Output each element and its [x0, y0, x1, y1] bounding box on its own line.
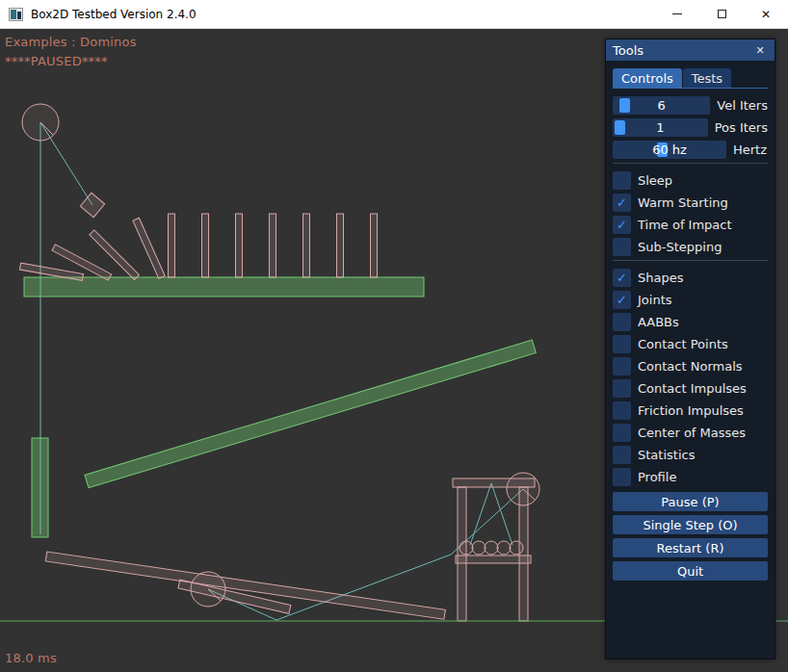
ball-cluster[interactable] [460, 541, 523, 555]
paused-label: ****PAUSED**** [5, 54, 108, 68]
tools-panel-title: Tools [613, 43, 644, 58]
tools-panel-close-button[interactable]: ✕ [752, 42, 768, 58]
checkbox-box[interactable]: ✓ [613, 194, 631, 212]
checkbox-profile[interactable]: ✓ Profile [613, 468, 768, 486]
checkbox-contact-impulses[interactable]: ✓ Contact Impulses [613, 379, 768, 398]
check-icon: ✓ [617, 173, 627, 188]
solver-options: ✓ Sleep ✓ Warm Starting ✓ Time of Impact… [613, 171, 768, 256]
checkbox-label: Warm Starting [638, 195, 728, 210]
checkbox-label: Profile [638, 470, 676, 484]
tools-panel: Tools ✕ Controls Tests 6 Vel Iters [605, 39, 775, 659]
tab-controls[interactable]: Controls [613, 68, 682, 88]
checkbox-aabbs[interactable]: ✓ AABBs [613, 313, 768, 331]
checkbox-label: Contact Impulses [638, 381, 747, 396]
minimize-button[interactable] [655, 0, 699, 29]
checkbox-box[interactable]: ✓ [613, 424, 631, 442]
tools-panel-titlebar[interactable]: Tools ✕ [606, 39, 775, 61]
tab-bar: Controls Tests [613, 66, 768, 89]
checkbox-sub-stepping[interactable]: ✓ Sub-Stepping [613, 238, 768, 256]
check-icon: ✓ [617, 359, 627, 374]
close-button[interactable]: ✕ [744, 0, 788, 29]
hertz-slider[interactable]: 60 hz [613, 141, 726, 159]
draw-options: ✓ Shapes ✓ Joints ✓ AABBs ✓ Contact Poin… [613, 269, 768, 486]
checkbox-box[interactable]: ✓ [613, 313, 631, 331]
checkbox-statistics[interactable]: ✓ Statistics [613, 446, 768, 464]
standing-dominos[interactable] [169, 214, 378, 277]
checkbox-label: Sleep [638, 173, 672, 188]
separator [613, 163, 768, 164]
checkbox-label: Shapes [638, 271, 683, 285]
simulation-canvas[interactable]: Examples : Dominos ****PAUSED**** 18.0 m… [0, 29, 788, 672]
window-controls: ✕ [655, 0, 788, 29]
checkbox-box[interactable]: ✓ [613, 216, 631, 234]
checkbox-box[interactable]: ✓ [613, 468, 631, 486]
checkbox-contact-points[interactable]: ✓ Contact Points [613, 335, 768, 353]
checkbox-box[interactable]: ✓ [613, 446, 631, 464]
close-icon: ✕ [761, 8, 771, 21]
vel-iters-slider[interactable]: 6 [613, 96, 710, 115]
pos-iters-row: 1 Pos Iters [613, 118, 768, 137]
checkbox-box[interactable]: ✓ [613, 335, 631, 353]
checkbox-box[interactable]: ✓ [613, 269, 631, 287]
frame-time-label: 18.0 ms [5, 651, 57, 665]
checkbox-box[interactable]: ✓ [613, 357, 631, 375]
check-icon: ✓ [617, 470, 627, 484]
solver-settings: 6 Vel Iters 1 Pos Iters [613, 89, 768, 159]
checkbox-label: Time of Impact [638, 218, 732, 232]
check-icon: ✓ [617, 381, 627, 396]
slider-value: 60 hz [613, 141, 726, 159]
domino-platform [24, 277, 424, 297]
checkbox-label: Joints [638, 293, 672, 307]
check-icon: ✓ [617, 240, 627, 254]
check-icon: ✓ [617, 426, 627, 440]
check-icon: ✓ [617, 271, 627, 285]
check-icon: ✓ [617, 403, 627, 418]
checkbox-joints[interactable]: ✓ Joints [613, 291, 768, 309]
frame-right-post[interactable] [519, 487, 528, 621]
action-buttons: Pause (P) Single Step (O) Restart (R) Qu… [613, 490, 768, 581]
title-bar[interactable]: Box2D Testbed Version 2.4.0 ✕ [0, 0, 788, 29]
frame-shelf[interactable] [456, 556, 531, 563]
checkbox-warm-starting[interactable]: ✓ Warm Starting [613, 194, 768, 212]
slider-label: Hertz [733, 142, 767, 157]
minimize-icon [672, 13, 682, 14]
tab-tests[interactable]: Tests [683, 68, 731, 88]
pause-button[interactable]: Pause (P) [613, 492, 768, 511]
vel-iters-row: 6 Vel Iters [613, 96, 768, 115]
pos-iters-slider[interactable]: 1 [613, 118, 708, 137]
checkbox-contact-normals[interactable]: ✓ Contact Normals [613, 357, 768, 375]
maximize-button[interactable] [699, 0, 744, 29]
separator [613, 260, 768, 261]
checkbox-box[interactable]: ✓ [613, 238, 631, 256]
checkbox-label: Contact Normals [638, 359, 743, 374]
slider-label: Pos Iters [715, 120, 768, 135]
hertz-row: 60 hz Hertz [613, 141, 768, 159]
checkbox-shapes[interactable]: ✓ Shapes [613, 269, 768, 287]
checkbox-label: Statistics [638, 448, 695, 462]
restart-button[interactable]: Restart (R) [613, 538, 768, 557]
app-icon [9, 8, 23, 21]
swinging-box[interactable] [80, 193, 104, 217]
checkbox-box[interactable]: ✓ [613, 379, 631, 398]
check-icon: ✓ [617, 195, 627, 210]
check-icon: ✓ [617, 218, 627, 232]
quit-button[interactable]: Quit [613, 561, 768, 581]
slider-value: 6 [613, 96, 710, 115]
seesaw-planks[interactable] [45, 552, 445, 619]
check-icon: ✓ [617, 293, 627, 307]
single-step-button[interactable]: Single Step (O) [613, 515, 768, 534]
checkbox-friction-impulses[interactable]: ✓ Friction Impulses [613, 401, 768, 420]
checkbox-box[interactable]: ✓ [613, 291, 631, 309]
checkbox-sleep[interactable]: ✓ Sleep [613, 171, 768, 190]
checkbox-center-of-masses[interactable]: ✓ Center of Masses [613, 424, 768, 442]
close-icon: ✕ [755, 44, 764, 57]
example-label: Examples : Dominos [5, 35, 137, 49]
checkbox-time-of-impact[interactable]: ✓ Time of Impact [613, 216, 768, 234]
checkbox-box[interactable]: ✓ [613, 401, 631, 420]
checkbox-box[interactable]: ✓ [613, 171, 631, 190]
fallen-dominos[interactable] [19, 218, 165, 280]
maximize-icon [718, 10, 726, 18]
check-icon: ✓ [617, 315, 627, 329]
slider-value: 1 [613, 118, 708, 137]
window-title: Box2D Testbed Version 2.4.0 [31, 8, 197, 21]
